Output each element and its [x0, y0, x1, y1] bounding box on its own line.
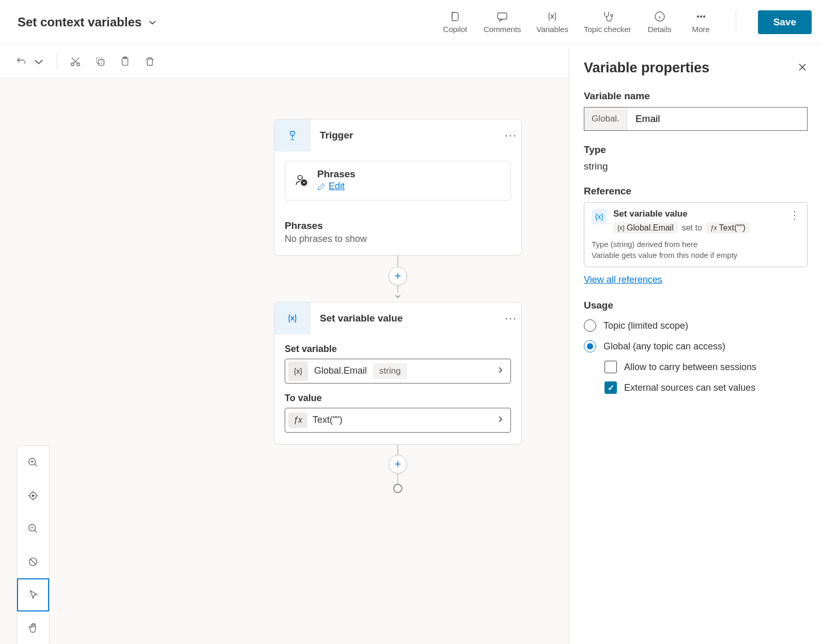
svg-rect-9 [98, 59, 104, 65]
to-value-expr: Text("") [307, 415, 343, 425]
ref-footer-2: Variable gets value from this node if em… [592, 250, 800, 260]
checkbox-unchecked-icon [604, 361, 617, 373]
chevron-down-icon [33, 56, 44, 67]
svg-point-17 [290, 131, 294, 135]
undo-button[interactable] [14, 55, 28, 68]
header-actions: Copilot Comments Variables Topic checker… [442, 10, 812, 34]
edit-phrases-link[interactable]: Edit [317, 181, 345, 192]
svg-rect-8 [97, 57, 102, 63]
node-more-button[interactable]: ··· [501, 312, 521, 325]
hand-icon [27, 622, 39, 634]
zoom-out-icon [27, 523, 39, 534]
scissors-icon [70, 56, 81, 67]
reference-label: Reference [584, 186, 808, 197]
usage-label: Usage [584, 300, 808, 311]
copy-icon [95, 56, 106, 67]
svg-point-1 [611, 14, 613, 17]
set-variable-label: Set variable [285, 344, 511, 355]
type-label: Type [584, 144, 808, 156]
fx-icon: ƒx [288, 412, 307, 428]
copilot-icon [449, 10, 461, 23]
separator [57, 54, 57, 69]
flow: Trigger ··· Phrases Edit Phrases No phra… [274, 119, 522, 493]
delete-button[interactable] [143, 55, 157, 68]
type-value: string [584, 161, 808, 172]
phrases-label: Phrases [317, 168, 355, 180]
target-icon [27, 490, 39, 501]
variable-type: string [373, 363, 407, 379]
zoom-in-icon [27, 457, 39, 468]
node-title: Set variable value [311, 313, 501, 324]
usage-topic-radio[interactable]: Topic (limited scope) [584, 319, 808, 332]
node-more-button[interactable]: ··· [501, 129, 521, 142]
var-name-input[interactable] [627, 108, 807, 130]
title-dropdown[interactable]: Set context variables [18, 15, 157, 29]
chevron-right-icon [496, 415, 504, 425]
details-button[interactable]: Details [647, 10, 673, 34]
zoom-toolbar [17, 446, 50, 644]
ref-more-button[interactable]: ⋮ [789, 209, 800, 221]
carry-sessions-checkbox[interactable]: Allow to carry between sessions [604, 361, 808, 373]
zoom-in-button[interactable] [17, 446, 49, 479]
checkbox-checked-icon [604, 381, 617, 394]
variable-icon: {x} [592, 209, 607, 224]
topic-checker-button[interactable]: Topic checker [584, 10, 631, 34]
more-button[interactable]: More [688, 10, 714, 34]
svg-point-14 [32, 495, 34, 497]
add-node-button[interactable]: + [389, 267, 407, 285]
zoom-out-button[interactable] [17, 512, 49, 545]
close-button[interactable] [797, 62, 808, 74]
cursor-icon [27, 589, 39, 601]
reference-card[interactable]: {x} Set variable value {x}Global.Email s… [584, 202, 808, 267]
to-value-field[interactable]: ƒx Text("") [285, 408, 511, 433]
copy-button[interactable] [94, 55, 107, 68]
connector: + [274, 255, 522, 302]
var-name-field[interactable]: Global. [584, 107, 808, 131]
radio-checked-icon [584, 340, 596, 352]
trash-icon [144, 56, 156, 67]
clipboard-icon [119, 56, 131, 67]
set-variable-field[interactable]: {x} Global.Email string [285, 359, 511, 384]
variable-icon [274, 302, 311, 334]
variables-icon [546, 10, 559, 23]
radio-unchecked-icon [584, 319, 596, 332]
undo-dropdown[interactable] [32, 55, 45, 68]
stethoscope-icon [601, 10, 614, 23]
trigger-node[interactable]: Trigger ··· Phrases Edit Phrases No phra… [274, 119, 522, 255]
save-button[interactable]: Save [758, 10, 812, 34]
variables-button[interactable]: Variables [536, 10, 568, 34]
chevron-down-icon [148, 18, 157, 27]
svg-point-3 [697, 16, 699, 17]
zoom-reset-button[interactable] [17, 545, 49, 578]
ref-footer-1: Type (string) derived from here [592, 239, 800, 250]
select-tool-button[interactable] [17, 578, 49, 611]
comments-button[interactable]: Comments [484, 10, 521, 34]
svg-point-4 [700, 16, 702, 17]
cut-button[interactable] [69, 55, 82, 68]
top-header: Set context variables Copilot Comments V… [0, 0, 822, 44]
svg-rect-0 [498, 13, 507, 19]
pan-tool-button[interactable] [17, 611, 49, 644]
view-all-references-link[interactable]: View all references [584, 274, 662, 285]
divider [736, 10, 736, 33]
zoom-fit-button[interactable] [17, 479, 49, 512]
paste-button[interactable] [118, 55, 132, 68]
phrases-section-label: Phrases [274, 220, 521, 232]
external-sources-checkbox[interactable]: External sources can set values [604, 381, 808, 394]
copilot-button[interactable]: Copilot [442, 10, 468, 34]
add-node-button[interactable]: + [389, 455, 407, 473]
phrases-row[interactable]: Phrases Edit [285, 161, 511, 201]
chevron-right-icon [496, 366, 504, 376]
comment-icon [496, 10, 508, 23]
var-name-label: Variable name [584, 90, 808, 102]
set-variable-node[interactable]: Set variable value ··· Set variable {x} … [274, 302, 522, 444]
variable-chip-icon: {x} [288, 361, 308, 381]
ref-title: Set variable value [613, 209, 783, 219]
usage-global-radio[interactable]: Global (any topic can access) [584, 340, 808, 352]
node-title: Trigger [311, 130, 501, 141]
pencil-icon [317, 182, 325, 191]
no-zoom-icon [27, 556, 39, 568]
arrow-down-icon [394, 293, 401, 302]
connector-end: + [274, 444, 522, 493]
page-title: Set context variables [18, 15, 142, 29]
